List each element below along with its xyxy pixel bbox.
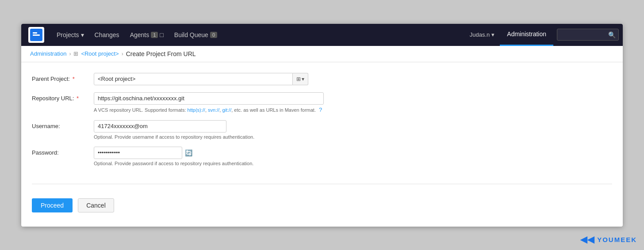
- parent-project-label: Parent Project: *: [32, 73, 94, 82]
- nav-projects[interactable]: Projects ▾: [51, 24, 89, 46]
- password-hint: Optional. Provide password if access to …: [94, 161, 612, 166]
- username-row: Username: Optional. Provide username if …: [32, 120, 612, 140]
- username-control: Optional. Provide username if access to …: [94, 120, 612, 140]
- user-chevron-icon: ▾: [491, 31, 494, 38]
- build-queue-badge: 0: [210, 32, 217, 38]
- required-marker-2: *: [77, 95, 79, 102]
- repository-url-label: Repository URL: *: [32, 92, 94, 102]
- action-row: Proceed Cancel: [32, 195, 612, 212]
- logo[interactable]: [28, 27, 44, 43]
- repository-url-hint: A VCS repository URL. Supported formats:…: [94, 106, 612, 113]
- nav-changes[interactable]: Changes: [89, 24, 125, 46]
- project-icon: ⊞: [73, 50, 78, 57]
- hint-link-svn[interactable]: svn://: [208, 107, 219, 113]
- search-bar[interactable]: 🔍: [557, 29, 616, 41]
- nav-build-queue[interactable]: Build Queue 0: [169, 24, 222, 46]
- form-section: Parent Project: * ⊞ ▾: [32, 73, 612, 184]
- help-icon[interactable]: ?: [319, 106, 322, 113]
- search-button[interactable]: 🔍: [608, 31, 616, 38]
- agents-badge: 1: [151, 32, 158, 38]
- breadcrumb: Administration › ⊞ <Root project> › Crea…: [21, 46, 623, 62]
- brand-chevron-icon: ◀◀: [580, 234, 594, 245]
- svg-rect-2: [33, 32, 37, 34]
- password-row: Password: 🔄 Optional. Provide password i…: [32, 147, 612, 166]
- password-toggle-icon[interactable]: 🔄: [185, 149, 192, 156]
- parent-project-input[interactable]: [94, 73, 293, 85]
- cancel-button[interactable]: Cancel: [78, 198, 114, 212]
- chevron-down-icon: ▾: [81, 31, 84, 38]
- username-input[interactable]: [94, 120, 226, 133]
- nav-agents[interactable]: Agents 1 □: [125, 24, 169, 46]
- breadcrumb-current: Create Project From URL: [126, 50, 196, 57]
- required-marker: *: [73, 76, 75, 82]
- dropdown-arrow-icon: ▾: [302, 76, 304, 82]
- parent-project-select-button[interactable]: ⊞ ▾: [293, 73, 308, 85]
- breadcrumb-root-project[interactable]: <Root project>: [81, 50, 119, 57]
- password-control: 🔄 Optional. Provide password if access t…: [94, 147, 612, 166]
- agents-queue-icon: □: [160, 31, 163, 38]
- chevron-icon-1: ›: [69, 51, 71, 57]
- password-input[interactable]: [94, 147, 182, 159]
- nav-administration[interactable]: Administration: [500, 24, 553, 46]
- hint-link-http[interactable]: http(s)://: [188, 107, 205, 113]
- grid-icon: ⊞: [296, 76, 301, 82]
- svg-rect-1: [33, 34, 40, 36]
- password-label: Password:: [32, 147, 94, 156]
- top-navigation: Projects ▾ Changes Agents 1 □ Build Queu…: [21, 24, 623, 46]
- logo-icon: [30, 29, 42, 41]
- breadcrumb-administration[interactable]: Administration: [30, 50, 66, 57]
- proceed-button[interactable]: Proceed: [32, 198, 73, 212]
- hint-link-git[interactable]: git://: [222, 107, 231, 113]
- repository-url-input[interactable]: [94, 92, 324, 105]
- parent-project-row: Parent Project: * ⊞ ▾: [32, 73, 612, 85]
- brand-watermark: ◀◀ YOUMEEK: [580, 234, 637, 245]
- chevron-icon-2: ›: [122, 51, 123, 57]
- repository-url-control: A VCS repository URL. Supported formats:…: [94, 92, 612, 113]
- user-menu[interactable]: Judas.n ▾: [464, 24, 500, 46]
- repository-url-row: Repository URL: * A VCS repository URL. …: [32, 92, 612, 113]
- username-label: Username:: [32, 120, 94, 129]
- main-content: Parent Project: * ⊞ ▾: [21, 62, 623, 227]
- username-hint: Optional. Provide username if access to …: [94, 134, 612, 140]
- parent-project-control: ⊞ ▾: [94, 73, 612, 85]
